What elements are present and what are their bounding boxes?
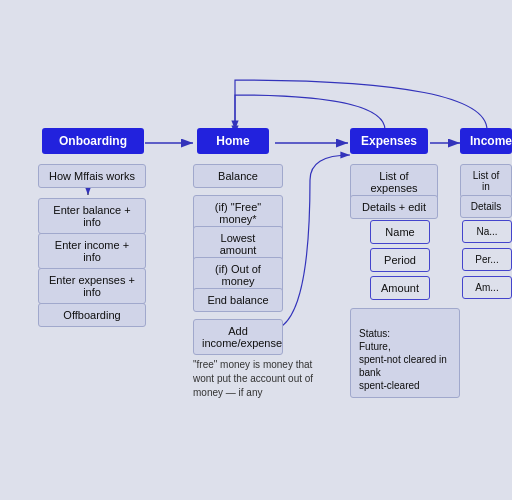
expenses-period-field: Period <box>370 248 430 272</box>
income-header: Income <box>460 128 512 154</box>
onboarding-item-0: How Mffais works <box>38 164 146 188</box>
income-list: List of in <box>460 164 512 198</box>
onboarding-item-2: Enter income + info <box>38 233 146 269</box>
expenses-details: Details + edit <box>350 195 438 219</box>
home-item-4: End balance <box>193 288 283 312</box>
onboarding-item-4: Offboarding <box>38 303 146 327</box>
home-item-0: Balance <box>193 164 283 188</box>
onboarding-item-3: Enter expenses + info <box>38 268 146 304</box>
income-period-field: Per... <box>462 248 512 271</box>
expenses-name-field: Name <box>370 220 430 244</box>
expenses-header: Expenses <box>350 128 428 154</box>
income-amount-field: Am... <box>462 276 512 299</box>
expenses-amount-field: Amount <box>370 276 430 300</box>
onboarding-header: Onboarding <box>42 128 144 154</box>
expenses-status-box: Status: Future, spent-not cleared in ban… <box>350 308 460 398</box>
home-item-5: Add income/expense <box>193 319 283 355</box>
onboarding-item-1: Enter balance + info <box>38 198 146 234</box>
income-name-field: Na... <box>462 220 512 243</box>
footnote-text: "free" money is money that wont put the … <box>193 358 333 400</box>
income-details: Details <box>460 195 512 218</box>
diagram: Onboarding Home Expenses Income How Mffa… <box>0 0 512 500</box>
home-header: Home <box>197 128 269 154</box>
